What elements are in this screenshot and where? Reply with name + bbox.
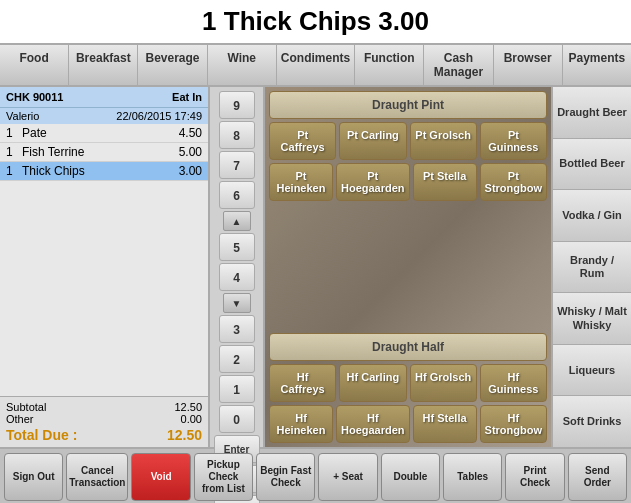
order-datetime: 22/06/2015 17:49 — [116, 110, 202, 122]
hf-stella-btn[interactable]: Hf Stella — [413, 405, 477, 443]
double-button[interactable]: Double — [381, 453, 440, 501]
top-nav: Food Breakfast Beverage Wine Condiments … — [0, 45, 631, 87]
cat-bottled-beer[interactable]: Bottled Beer — [553, 139, 631, 191]
item-qty: 1 — [6, 164, 22, 178]
send-order-button[interactable]: Send Order — [568, 453, 627, 501]
subtotal-label: Subtotal — [6, 401, 46, 413]
nav-beverage[interactable]: Beverage — [138, 45, 207, 85]
total-due-row: Total Due : 12.50 — [6, 427, 202, 443]
check-number: CHK 90011 — [6, 91, 63, 103]
half-row-1: Hf Caffreys Hf Carling Hf Grolsch Hf Gui… — [269, 364, 547, 402]
numpad-0[interactable]: 0 — [219, 405, 255, 433]
scroll-up-arrow[interactable]: ▲ — [223, 211, 251, 231]
other-value: 0.00 — [181, 413, 202, 425]
begin-fast-check-button[interactable]: Begin Fast Check — [256, 453, 315, 501]
tables-button[interactable]: Tables — [443, 453, 502, 501]
order-items: 1 Pate 4.50 1 Fish Terrine 5.00 1 Thick … — [0, 124, 208, 396]
sign-out-button[interactable]: Sign Out — [4, 453, 63, 501]
pt-grolsch-btn[interactable]: Pt Grolsch — [410, 122, 477, 160]
pt-stella-btn[interactable]: Pt Stella — [413, 163, 477, 201]
numpad-8[interactable]: 8 — [219, 121, 255, 149]
hf-strongbow-btn[interactable]: Hf Strongbow — [480, 405, 547, 443]
nav-function[interactable]: Function — [355, 45, 424, 85]
nav-breakfast[interactable]: Breakfast — [69, 45, 138, 85]
nav-payments[interactable]: Payments — [563, 45, 631, 85]
cancel-transaction-button[interactable]: Cancel Transaction — [66, 453, 128, 501]
nav-condiments[interactable]: Condiments — [277, 45, 355, 85]
pt-heineken-btn[interactable]: Pt Heineken — [269, 163, 333, 201]
total-label: Total Due : — [6, 427, 77, 443]
cat-draught-beer[interactable]: Draught Beer — [553, 87, 631, 139]
hf-guinness-btn[interactable]: Hf Guinness — [480, 364, 547, 402]
pt-guinness-btn[interactable]: Pt Guinness — [480, 122, 547, 160]
nav-food[interactable]: Food — [0, 45, 69, 85]
cat-vodka-gin[interactable]: Vodka / Gin — [553, 190, 631, 242]
numpad-5[interactable]: 5 — [219, 233, 255, 261]
pint-row-1: Pt Caffreys Pt Carling Pt Grolsch Pt Gui… — [269, 122, 547, 160]
numpad-1[interactable]: 1 — [219, 375, 255, 403]
numpad-4[interactable]: 4 — [219, 263, 255, 291]
seat-button[interactable]: + Seat — [318, 453, 377, 501]
void-button[interactable]: Void — [131, 453, 190, 501]
numpad-7[interactable]: 7 — [219, 151, 255, 179]
subtotal-value: 12.50 — [174, 401, 202, 413]
item-qty: 1 — [6, 145, 22, 159]
numpad-6[interactable]: 6 — [219, 181, 255, 209]
draught-pint-header: Draught Pint — [269, 91, 547, 119]
item-name: Thick Chips — [22, 164, 162, 178]
category-panel: Draught Beer Bottled Beer Vodka / Gin Br… — [551, 87, 631, 447]
other-label: Other — [6, 413, 34, 425]
pt-carling-btn[interactable]: Pt Carling — [339, 122, 406, 160]
pint-row-2: Pt Heineken Pt Hoegaarden Pt Stella Pt S… — [269, 163, 547, 201]
title-bar: 1 Thick Chips 3.00 — [0, 0, 631, 45]
other-row: Other 0.00 — [6, 413, 202, 425]
pt-strongbow-btn[interactable]: Pt Strongbow — [480, 163, 547, 201]
numpad-2[interactable]: 2 — [219, 345, 255, 373]
order-type: Eat In — [172, 91, 202, 103]
order-panel: CHK 90011 Eat In Valerio 22/06/2015 17:4… — [0, 87, 210, 447]
cat-whisky[interactable]: Whisky / Malt Whisky — [553, 293, 631, 345]
draught-half-header-row: Draught Half — [269, 333, 547, 361]
item-qty: 1 — [6, 126, 22, 140]
cat-liqueurs[interactable]: Liqueurs — [553, 345, 631, 397]
title-text: 1 Thick Chips 3.00 — [202, 6, 429, 36]
item-name: Fish Terrine — [22, 145, 162, 159]
order-customer: Valerio 22/06/2015 17:49 — [0, 107, 208, 124]
numpad-3[interactable]: 3 — [219, 315, 255, 343]
draught-pint-header-row: Draught Pint — [269, 91, 547, 119]
beverage-panel: Draught Pint Pt Caffreys Pt Carling Pt G… — [265, 87, 551, 447]
bottom-action-bar: Sign Out Cancel Transaction Void Pickup … — [0, 447, 631, 503]
hf-heineken-btn[interactable]: Hf Heineken — [269, 405, 333, 443]
cat-soft-drinks[interactable]: Soft Drinks — [553, 396, 631, 447]
hf-caffreys-btn[interactable]: Hf Caffreys — [269, 364, 336, 402]
customer-name: Valerio — [6, 110, 39, 122]
item-price: 5.00 — [162, 145, 202, 159]
order-totals: Subtotal 12.50 Other 0.00 Total Due : 12… — [0, 396, 208, 447]
order-header: CHK 90011 Eat In — [0, 87, 208, 107]
nav-wine[interactable]: Wine — [208, 45, 277, 85]
hf-carling-btn[interactable]: Hf Carling — [339, 364, 406, 402]
hf-hoegaarden-btn[interactable]: Hf Hoegaarden — [336, 405, 410, 443]
nav-browser[interactable]: Browser — [494, 45, 563, 85]
half-row-2: Hf Heineken Hf Hoegaarden Hf Stella Hf S… — [269, 405, 547, 443]
total-value: 12.50 — [167, 427, 202, 443]
draught-half-header: Draught Half — [269, 333, 547, 361]
nav-cash-manager[interactable]: Cash Manager — [424, 45, 493, 85]
item-name: Pate — [22, 126, 162, 140]
print-check-button[interactable]: Print Check — [505, 453, 564, 501]
main-area: CHK 90011 Eat In Valerio 22/06/2015 17:4… — [0, 87, 631, 447]
order-item-1[interactable]: 1 Pate 4.50 — [0, 124, 208, 143]
order-item-2[interactable]: 1 Fish Terrine 5.00 — [0, 143, 208, 162]
spacer-row — [269, 204, 547, 330]
item-price: 3.00 — [162, 164, 202, 178]
order-item-3[interactable]: 1 Thick Chips 3.00 — [0, 162, 208, 181]
hf-grolsch-btn[interactable]: Hf Grolsch — [410, 364, 477, 402]
cat-brandy-rum[interactable]: Brandy / Rum — [553, 242, 631, 294]
pickup-check-button[interactable]: Pickup Check from List — [194, 453, 253, 501]
pt-hoegaarden-btn[interactable]: Pt Hoegaarden — [336, 163, 410, 201]
subtotal-row: Subtotal 12.50 — [6, 401, 202, 413]
scroll-down-arrow[interactable]: ▼ — [223, 293, 251, 313]
item-price: 4.50 — [162, 126, 202, 140]
pt-caffreys-btn[interactable]: Pt Caffreys — [269, 122, 336, 160]
numpad-9[interactable]: 9 — [219, 91, 255, 119]
